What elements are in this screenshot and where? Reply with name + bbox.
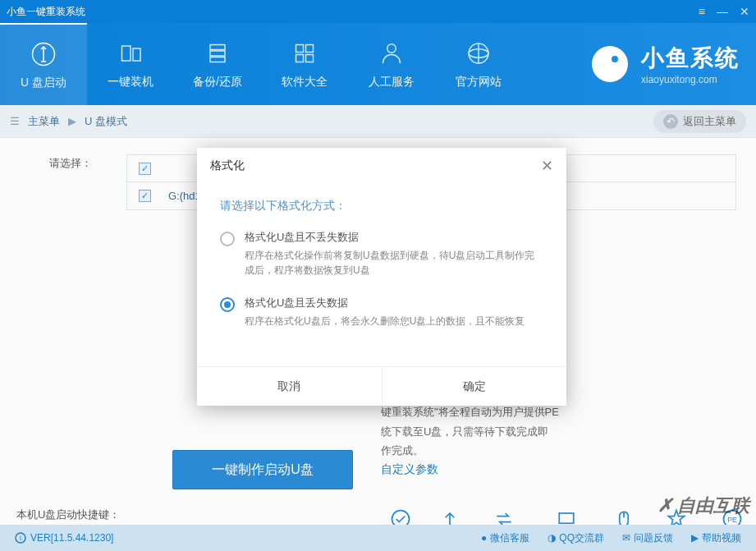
fish-icon bbox=[587, 41, 633, 87]
svg-rect-8 bbox=[296, 55, 304, 62]
svg-rect-1 bbox=[122, 46, 131, 61]
svg-rect-4 bbox=[210, 51, 225, 56]
usb-icon bbox=[29, 39, 58, 69]
nav-support[interactable]: 人工服务 bbox=[348, 23, 435, 105]
cancel-button[interactable]: 取消 bbox=[197, 367, 382, 406]
format-modal: 格式化 ✕ 请选择以下格式化方式： 格式化U盘且不丢失数据 程序在格式化操作前将… bbox=[197, 148, 566, 406]
svg-rect-6 bbox=[296, 45, 304, 53]
ok-button[interactable]: 确定 bbox=[382, 367, 567, 406]
option-lose-data[interactable]: 格式化U盘且丢失数据 程序在格式化U盘后，将会永久删除您U盘上的数据，且不能恢复 bbox=[220, 296, 543, 328]
svg-point-14 bbox=[612, 56, 618, 62]
nav-onekey-install[interactable]: 一键装机 bbox=[87, 23, 174, 105]
person-icon bbox=[377, 39, 406, 68]
minimize-icon[interactable]: — bbox=[717, 5, 728, 18]
nav-software[interactable]: 软件大全 bbox=[261, 23, 348, 105]
nav-backup-restore[interactable]: 备份/还原 bbox=[174, 23, 261, 105]
brand-logo: 小鱼系统 xiaoyuxitong.com bbox=[522, 41, 756, 87]
close-icon[interactable]: ✕ bbox=[740, 5, 749, 18]
titlebar: 小鱼一键重装系统 ≡ — ✕ bbox=[0, 0, 756, 23]
app-title: 小鱼一键重装系统 bbox=[7, 5, 85, 19]
nav-usb-boot[interactable]: U 盘启动 bbox=[0, 23, 87, 105]
option-keep-data[interactable]: 格式化U盘且不丢失数据 程序在格式化操作前将复制U盘数据到硬盘，待U盘启动工具制… bbox=[220, 230, 543, 278]
modal-close-icon[interactable]: ✕ bbox=[541, 157, 553, 175]
grid-icon bbox=[290, 39, 319, 68]
radio-unselected-icon[interactable] bbox=[220, 232, 235, 246]
svg-rect-9 bbox=[306, 55, 314, 62]
svg-point-10 bbox=[387, 44, 396, 53]
nav-website[interactable]: 官方网站 bbox=[435, 23, 522, 105]
modal-title: 格式化 bbox=[210, 158, 245, 173]
svg-rect-5 bbox=[210, 57, 225, 62]
svg-rect-7 bbox=[306, 45, 314, 53]
svg-rect-2 bbox=[133, 48, 140, 61]
computer-icon bbox=[116, 39, 145, 68]
modal-prompt: 请选择以下格式化方式： bbox=[220, 199, 543, 214]
globe-icon bbox=[464, 39, 493, 68]
svg-rect-3 bbox=[210, 45, 225, 50]
server-icon bbox=[203, 39, 232, 68]
top-nav: U 盘启动 一键装机 备份/还原 软件大全 人工服务 官方网站 小鱼系统 xia… bbox=[0, 23, 756, 105]
radio-selected-icon[interactable] bbox=[220, 297, 235, 312]
menu-icon[interactable]: ≡ bbox=[699, 5, 705, 18]
